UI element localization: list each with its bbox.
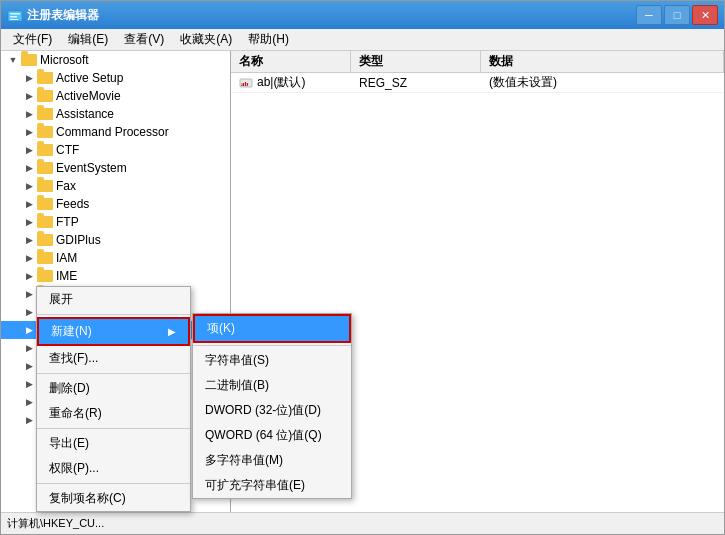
expand-icon-command-processor: ▶ (21, 124, 37, 140)
sub-item-dword[interactable]: DWORD (32-位)值(D) (193, 398, 351, 423)
folder-icon-ftp (37, 215, 53, 229)
sub-item-string[interactable]: 字符串值(S) (193, 348, 351, 373)
sub-item-qword[interactable]: QWORD (64 位)值(Q) (193, 423, 351, 448)
tree-label-gdiplus: GDIPlus (56, 233, 101, 247)
menu-edit[interactable]: 编辑(E) (60, 29, 116, 50)
expand-icon-micr: ▶ (21, 376, 37, 392)
status-text: 计算机\HKEY_CU... (7, 516, 104, 531)
menu-file[interactable]: 文件(F) (5, 29, 60, 50)
right-header: 名称 类型 数据 (231, 51, 724, 73)
folder-icon-activemovie (37, 89, 53, 103)
expand-icon-assistance: ▶ (21, 106, 37, 122)
ctx-separator-2 (37, 373, 190, 374)
submenu-arrow-icon: ▶ (168, 326, 176, 337)
tree-label-active-setup: Active Setup (56, 71, 123, 85)
expand-icon-peer: ▶ (21, 412, 37, 428)
tree-label-eventsystem: EventSystem (56, 161, 127, 175)
expand-icon-keyb: ▶ (21, 340, 37, 356)
ctx-separator-4 (37, 483, 190, 484)
folder-icon-fax (37, 179, 53, 193)
submenu: 项(K) 字符串值(S) 二进制值(B) DWORD (32-位)值(D) QW… (192, 313, 352, 499)
minimize-button[interactable]: ─ (636, 5, 662, 25)
tree-item-ime[interactable]: ▶ IME (1, 267, 230, 285)
data-cell-name-default: ab ab|(默认) (231, 74, 351, 91)
folder-icon-microsoft (21, 53, 37, 67)
expand-icon-ftp: ▶ (21, 214, 37, 230)
tree-label-ftp: FTP (56, 215, 79, 229)
expand-icon-iam: ▶ (21, 250, 37, 266)
col-header-data[interactable]: 数据 (481, 51, 724, 72)
tree-label-fax: Fax (56, 179, 76, 193)
status-bar: 计算机\HKEY_CU... (1, 512, 724, 534)
expand-icon-fax: ▶ (21, 178, 37, 194)
tree-item-fax[interactable]: ▶ Fax (1, 177, 230, 195)
tree-label-ime: IME (56, 269, 77, 283)
title-bar: 注册表编辑器 ─ □ ✕ (1, 1, 724, 29)
ctx-item-permissions[interactable]: 权限(P)... (37, 456, 190, 481)
expand-icon-intern-selected: ▶ (21, 322, 37, 338)
ctx-item-copy-name[interactable]: 复制项名称(C) (37, 486, 190, 511)
ctx-item-export[interactable]: 导出(E) (37, 431, 190, 456)
sub-item-key[interactable]: 项(K) (193, 314, 351, 343)
tree-item-assistance[interactable]: ▶ Assistance (1, 105, 230, 123)
tree-item-active-setup[interactable]: ▶ Active Setup (1, 69, 230, 87)
ctx-separator-3 (37, 428, 190, 429)
tree-item-iam[interactable]: ▶ IAM (1, 249, 230, 267)
expand-icon-imejp: ▶ (21, 286, 37, 302)
expand-icon-activemovie: ▶ (21, 88, 37, 104)
data-cell-data-default: (数值未设置) (481, 74, 724, 91)
tree-item-gdiplus[interactable]: ▶ GDIPlus (1, 231, 230, 249)
expand-icon-ctf: ▶ (21, 142, 37, 158)
expand-icon-internet-connection: ▶ (21, 304, 37, 320)
col-header-type[interactable]: 类型 (351, 51, 481, 72)
svg-rect-1 (10, 13, 20, 15)
tree-item-eventsystem[interactable]: ▶ EventSystem (1, 159, 230, 177)
col-header-name[interactable]: 名称 (231, 51, 351, 72)
menu-favorites[interactable]: 收藏夹(A) (172, 29, 240, 50)
data-cell-type-default: REG_SZ (351, 76, 481, 90)
folder-icon-command-processor (37, 125, 53, 139)
folder-icon-active-setup (37, 71, 53, 85)
tree-label-ctf: CTF (56, 143, 79, 157)
window-title: 注册表编辑器 (27, 7, 636, 24)
tree-item-feeds[interactable]: ▶ Feeds (1, 195, 230, 213)
ctx-item-rename[interactable]: 重命名(R) (37, 401, 190, 426)
ctx-item-delete[interactable]: 删除(D) (37, 376, 190, 401)
svg-text:ab: ab (241, 80, 249, 88)
folder-icon-ime (37, 269, 53, 283)
tree-item-ctf[interactable]: ▶ CTF (1, 141, 230, 159)
svg-rect-2 (10, 16, 17, 18)
tree-label-iam: IAM (56, 251, 77, 265)
tree-label-microsoft: Microsoft (40, 53, 89, 67)
tree-item-ftp[interactable]: ▶ FTP (1, 213, 230, 231)
expand-icon-ime: ▶ (21, 268, 37, 284)
expand-icon-gdiplus: ▶ (21, 232, 37, 248)
tree-label-command-processor: Command Processor (56, 125, 169, 139)
app-icon (7, 7, 23, 23)
sub-item-multi-string[interactable]: 多字符串值(M) (193, 448, 351, 473)
tree-item-command-processor[interactable]: ▶ Command Processor (1, 123, 230, 141)
folder-icon-iam (37, 251, 53, 265)
folder-icon-feeds (37, 197, 53, 211)
ctx-item-expand[interactable]: 展开 (37, 287, 190, 312)
menu-help[interactable]: 帮助(H) (240, 29, 297, 50)
data-row-default[interactable]: ab ab|(默认) REG_SZ (数值未设置) (231, 73, 724, 93)
folder-icon-assistance (37, 107, 53, 121)
tree-item-activemovie[interactable]: ▶ ActiveMovie (1, 87, 230, 105)
maximize-button[interactable]: □ (664, 5, 690, 25)
expand-icon-active-setup: ▶ (21, 70, 37, 86)
menu-bar: 文件(F) 编辑(E) 查看(V) 收藏夹(A) 帮助(H) (1, 29, 724, 51)
menu-view[interactable]: 查看(V) (116, 29, 172, 50)
ctx-separator-1 (37, 314, 190, 315)
tree-label-feeds: Feeds (56, 197, 89, 211)
ctx-item-new[interactable]: 新建(N) ▶ (37, 317, 190, 346)
sub-item-binary[interactable]: 二进制值(B) (193, 373, 351, 398)
close-button[interactable]: ✕ (692, 5, 718, 25)
expand-icon-med: ▶ (21, 358, 37, 374)
sub-item-expandable-string[interactable]: 可扩充字符串值(E) (193, 473, 351, 498)
expand-icon-eventsystem: ▶ (21, 160, 37, 176)
folder-icon-ctf (37, 143, 53, 157)
ctx-item-find[interactable]: 查找(F)... (37, 346, 190, 371)
reg-value-icon: ab (239, 76, 253, 90)
tree-item-microsoft[interactable]: ▼ Microsoft (1, 51, 230, 69)
